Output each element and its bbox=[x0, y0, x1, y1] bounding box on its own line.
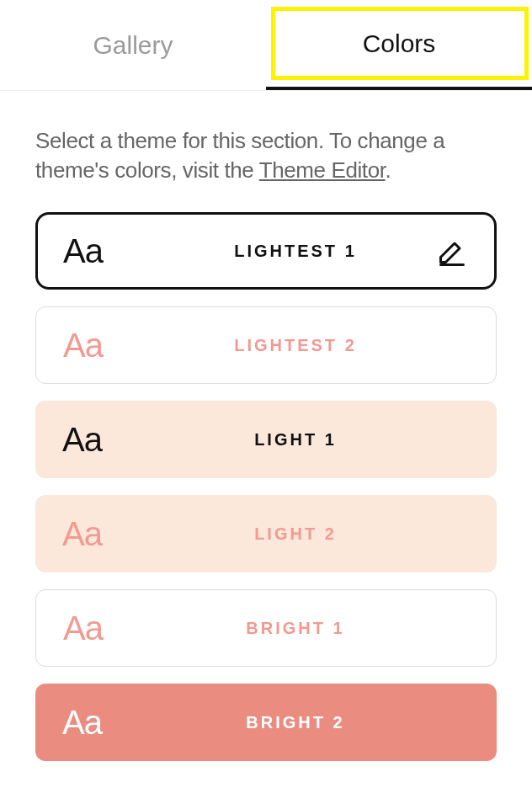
theme-card-3[interactable]: AaLIGHT 2 bbox=[35, 495, 497, 572]
tab-gallery-label: Gallery bbox=[93, 31, 173, 60]
description-text: Select a theme for this section. To chan… bbox=[35, 126, 497, 185]
theme-card-5[interactable]: AaBRIGHT 2 bbox=[35, 684, 497, 761]
theme-card-2[interactable]: AaLIGHT 1 bbox=[35, 401, 497, 478]
theme-card-0[interactable]: AaLIGHTEST 1 bbox=[35, 212, 497, 290]
theme-label: LIGHT 1 bbox=[121, 430, 470, 450]
tab-gallery[interactable]: Gallery bbox=[0, 0, 266, 90]
tab-colors-label: Colors bbox=[363, 29, 436, 58]
theme-label: BRIGHT 1 bbox=[122, 619, 469, 638]
content-area: Select a theme for this section. To chan… bbox=[0, 91, 532, 761]
tab-colors[interactable]: Colors bbox=[266, 0, 532, 90]
theme-editor-link[interactable]: Theme Editor bbox=[259, 157, 386, 183]
theme-label: BRIGHT 2 bbox=[121, 713, 470, 732]
theme-list: AaLIGHTEST 1AaLIGHTEST 2AaLIGHT 1AaLIGHT… bbox=[35, 212, 497, 761]
pencil-icon[interactable] bbox=[437, 236, 467, 266]
theme-label: LIGHTEST 1 bbox=[122, 242, 469, 261]
description-suffix: . bbox=[386, 157, 391, 183]
theme-label: LIGHT 2 bbox=[121, 524, 470, 544]
theme-card-4[interactable]: AaBRIGHT 1 bbox=[35, 589, 497, 667]
tabs-container: Gallery Colors bbox=[0, 0, 532, 91]
theme-label: LIGHTEST 2 bbox=[122, 336, 469, 355]
theme-card-1[interactable]: AaLIGHTEST 2 bbox=[35, 306, 497, 384]
